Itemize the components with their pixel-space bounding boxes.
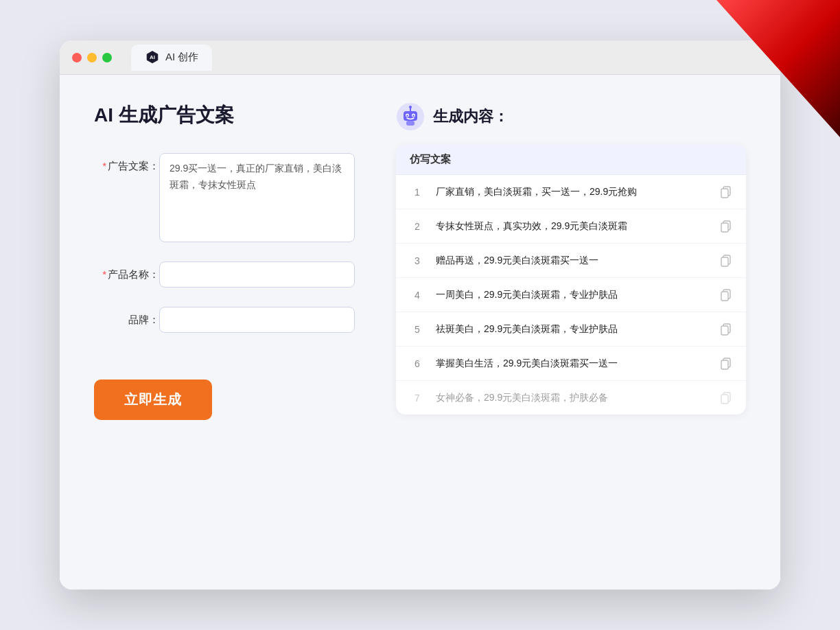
results-card: 仿写文案 1厂家直销，美白淡斑霜，买一送一，29.9元抢购 2专抹女性斑点，真实… <box>396 145 746 415</box>
svg-rect-14 <box>721 223 728 232</box>
bot-icon <box>396 102 425 131</box>
result-number: 3 <box>410 255 425 266</box>
copy-icon[interactable] <box>720 289 732 301</box>
svg-rect-22 <box>721 360 728 369</box>
table-row: 5祛斑美白，29.9元美白淡斑霜，专业护肤品 <box>396 312 746 347</box>
minimize-button[interactable] <box>87 53 97 62</box>
table-row: 1厂家直销，美白淡斑霜，买一送一，29.9元抢购 <box>396 175 746 209</box>
brand-label: 品牌： <box>94 307 159 327</box>
svg-rect-16 <box>721 257 728 266</box>
result-number: 1 <box>410 187 425 198</box>
svg-rect-12 <box>721 189 728 198</box>
svg-rect-20 <box>721 326 728 335</box>
results-table-header: 仿写文案 <box>396 145 746 175</box>
browser-window: AI AI 创作 AI 生成广告文案 *广告文案： 29.9买一送一，真正的厂家… <box>60 40 780 590</box>
table-row: 6掌握美白生活，29.9元美白淡斑霜买一送一 <box>396 347 746 381</box>
tab-label: AI 创作 <box>165 51 198 64</box>
results-header: 生成内容： <box>396 102 746 131</box>
table-row: 2专抹女性斑点，真实功效，29.9元美白淡斑霜 <box>396 209 746 244</box>
result-text: 祛斑美白，29.9元美白淡斑霜，专业护肤品 <box>436 322 709 336</box>
table-row: 3赠品再送，29.9元美白淡斑霜买一送一 <box>396 244 746 278</box>
result-text: 一周美白，29.9元美白淡斑霜，专业护肤品 <box>436 288 709 302</box>
close-button[interactable] <box>72 53 82 62</box>
product-name-input[interactable]: 美白淡斑霜 <box>159 261 355 288</box>
main-layout: AI 生成广告文案 *广告文案： 29.9买一送一，真正的厂家直销，美白淡斑霜，… <box>94 102 746 420</box>
copy-icon[interactable] <box>720 186 732 198</box>
result-number: 5 <box>410 324 425 335</box>
ad-copy-required: * <box>102 160 106 172</box>
svg-rect-10 <box>406 121 415 126</box>
copy-icon[interactable] <box>720 220 732 233</box>
result-text: 厂家直销，美白淡斑霜，买一送一，29.9元抢购 <box>436 185 709 199</box>
svg-point-9 <box>412 115 414 116</box>
right-panel: 生成内容： 仿写文案 1厂家直销，美白淡斑霜，买一送一，29.9元抢购 2专抹女… <box>396 102 746 420</box>
results-list: 1厂家直销，美白淡斑霜，买一送一，29.9元抢购 2专抹女性斑点，真实功效，29… <box>396 175 746 415</box>
ad-copy-textarea[interactable]: 29.9买一送一，真正的厂家直销，美白淡斑霜，专抹女性斑点 <box>159 153 355 242</box>
copy-icon[interactable] <box>720 255 732 267</box>
svg-point-5 <box>409 106 412 108</box>
product-name-required: * <box>102 268 106 280</box>
ad-copy-group: *广告文案： 29.9买一送一，真正的厂家直销，美白淡斑霜，专抹女性斑点 <box>94 153 355 242</box>
result-text: 掌握美白生活，29.9元美白淡斑霜买一送一 <box>436 356 709 371</box>
result-number: 2 <box>410 221 425 232</box>
ad-copy-label: *广告文案： <box>94 153 159 173</box>
product-name-group: *产品名称： 美白淡斑霜 <box>94 261 355 288</box>
generate-button[interactable]: 立即生成 <box>94 380 212 420</box>
browser-titlebar: AI AI 创作 <box>60 40 780 75</box>
copy-icon[interactable] <box>720 358 732 370</box>
svg-point-8 <box>406 115 408 116</box>
traffic-lights <box>72 53 112 62</box>
result-number: 6 <box>410 358 425 369</box>
svg-rect-18 <box>721 292 728 301</box>
svg-text:AI: AI <box>150 54 155 60</box>
table-row: 4一周美白，29.9元美白淡斑霜，专业护肤品 <box>396 278 746 312</box>
results-title: 生成内容： <box>433 106 509 127</box>
result-text: 赠品再送，29.9元美白淡斑霜买一送一 <box>436 253 709 268</box>
copy-icon[interactable] <box>720 392 732 404</box>
browser-content: AI 生成广告文案 *广告文案： 29.9买一送一，真正的厂家直销，美白淡斑霜，… <box>60 75 780 590</box>
ai-creation-tab[interactable]: AI AI 创作 <box>131 45 212 71</box>
result-number: 7 <box>410 393 425 404</box>
page-title: AI 生成广告文案 <box>94 102 355 128</box>
result-text: 专抹女性斑点，真实功效，29.9元美白淡斑霜 <box>436 219 709 233</box>
brand-input[interactable]: 好白 <box>159 307 355 333</box>
left-panel: AI 生成广告文案 *广告文案： 29.9买一送一，真正的厂家直销，美白淡斑霜，… <box>94 102 355 420</box>
result-text: 女神必备，29.9元美白淡斑霜，护肤必备 <box>436 390 709 405</box>
brand-group: 品牌： 好白 <box>94 307 355 333</box>
table-row: 7女神必备，29.9元美白淡斑霜，护肤必备 <box>396 381 746 415</box>
ai-tab-icon: AI <box>145 50 160 65</box>
maximize-button[interactable] <box>102 53 112 62</box>
product-name-label: *产品名称： <box>94 261 159 281</box>
svg-rect-24 <box>721 395 728 404</box>
copy-icon[interactable] <box>720 323 732 336</box>
result-number: 4 <box>410 290 425 301</box>
